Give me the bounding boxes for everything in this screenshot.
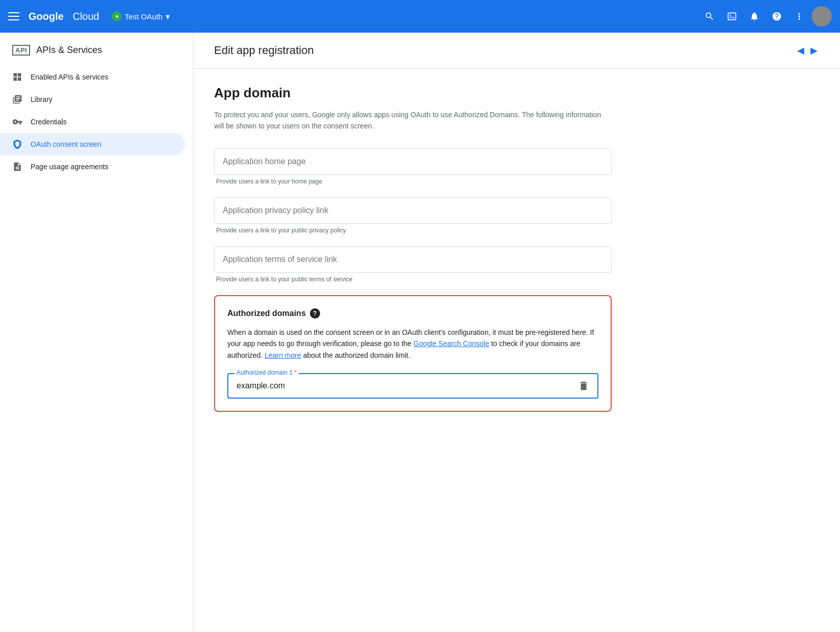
search-icon [704,11,715,21]
authorized-domains-section: Authorized domains ? When a domain is us… [214,295,612,412]
learn-more-link[interactable]: Learn more [265,351,301,359]
sidebar-item-oauth-consent[interactable]: OAuth consent screen [0,133,185,155]
authorized-domains-help-button[interactable]: ? [310,308,320,319]
nav-arrows: ◀ ▶ [795,43,820,58]
terms-of-service-input[interactable] [214,246,612,273]
next-arrow[interactable]: ▶ [808,43,820,58]
sidebar-item-library-label: Library [31,95,52,103]
google-cloud-logo: Google Cloud [29,11,99,22]
more-options-button[interactable] [789,6,809,27]
search-button[interactable] [699,6,720,27]
domain-input[interactable] [237,381,572,390]
api-badge: API [12,45,30,56]
google-search-console-link[interactable]: Google Search Console [413,339,489,348]
sidebar-item-library[interactable]: Library [0,88,185,111]
home-page-group: Provide users a link to your home page [214,148,632,185]
project-name: Test OAuth [125,12,163,21]
app-domain-description: To protect you and your users, Google on… [214,109,612,132]
trash-icon [578,380,589,391]
sidebar-item-enabled-apis-label: Enabled APIs & services [31,73,109,81]
domain-field-container: Authorized domain 1 * [227,373,598,399]
privacy-policy-hint: Provide users a link to your public priv… [214,227,632,234]
sidebar-nav: Enabled APIs & services Library Credenti… [0,66,193,178]
app-domain-title: App domain [214,85,632,101]
domain-field-label: Authorized domain 1 * [234,369,299,376]
home-page-hint: Provide users a link to your home page [214,178,632,185]
chevron-down-icon: ▾ [166,12,170,21]
sidebar-item-page-usage-label: Page usage agreements [31,163,109,171]
auth-desc-part3: about the authorized domain limit. [301,351,410,359]
prev-arrow[interactable]: ◀ [795,43,806,58]
sidebar-item-page-usage[interactable]: Page usage agreements [0,155,185,178]
oauth-icon [12,139,22,149]
terms-of-service-hint: Provide users a link to your public term… [214,276,632,283]
cloud-text: Cloud [72,11,99,22]
topbar-icons [699,6,832,27]
project-icon: ✦ [112,11,122,21]
authorized-domains-title: Authorized domains [227,309,306,318]
sidebar-item-credentials-label: Credentials [31,118,67,126]
grid-icon [12,72,22,82]
app-layout: API APIs & Services Enabled APIs & servi… [0,33,840,632]
form-content: App domain To protect you and your users… [194,69,652,428]
sidebar-item-credentials[interactable]: Credentials [0,111,185,133]
authorized-title-row: Authorized domains ? [227,308,598,319]
home-page-input[interactable] [214,148,612,175]
vertical-dots-icon [794,11,804,21]
user-avatar[interactable] [811,6,832,27]
google-text: Google [29,11,64,22]
terms-of-service-group: Provide users a link to your public term… [214,246,632,283]
domain-row [237,380,589,391]
delete-domain-button[interactable] [578,380,589,391]
domain-required-marker: * [294,369,297,376]
sidebar-item-oauth-label: OAuth consent screen [31,140,101,148]
terminal-icon [727,11,737,21]
privacy-policy-group: Provide users a link to your public priv… [214,197,632,234]
help-icon [772,11,782,21]
key-icon [12,117,22,127]
bell-icon [749,11,759,21]
menu-button[interactable] [8,12,20,20]
help-button[interactable] [767,6,787,27]
domain-label-text: Authorized domain 1 [237,369,293,376]
notifications-button[interactable] [744,6,765,27]
authorized-domains-description: When a domain is used on the consent scr… [227,327,598,361]
privacy-policy-input[interactable] [214,197,612,224]
sidebar-item-enabled-apis[interactable]: Enabled APIs & services [0,66,185,88]
page-title: Edit app registration [214,44,314,57]
cloud-shell-button[interactable] [722,6,742,27]
page-icon [12,162,22,172]
topbar: Google Cloud ✦ Test OAuth ▾ [0,0,840,33]
sidebar: API APIs & Services Enabled APIs & servi… [0,33,194,632]
project-selector[interactable]: ✦ Test OAuth ▾ [112,11,170,21]
main-header: Edit app registration ◀ ▶ [194,33,840,69]
sidebar-title: APIs & Services [36,45,102,56]
main-content-area: Edit app registration ◀ ▶ App domain To … [194,33,840,632]
library-icon [12,94,22,104]
sidebar-header: API APIs & Services [0,41,193,66]
